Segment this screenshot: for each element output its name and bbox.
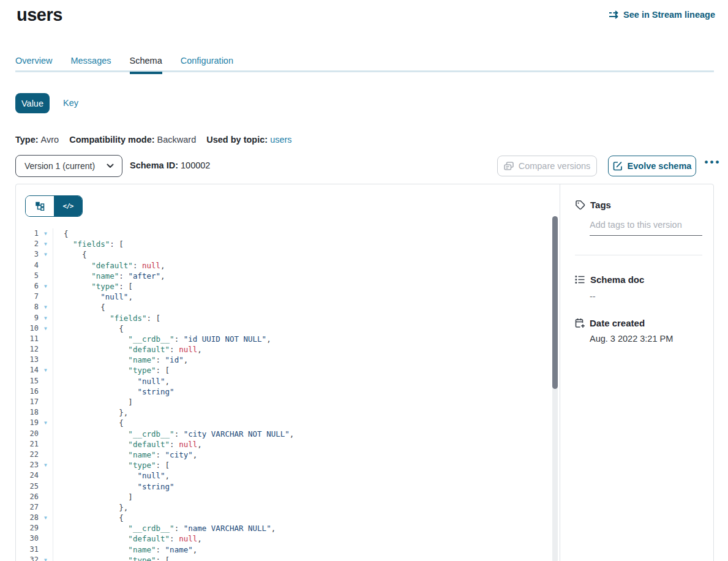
fold-gutter	[39, 260, 53, 271]
code-text: "type": [	[53, 555, 170, 561]
code-text: "__crdb__": "city VARCHAR NOT NULL",	[53, 429, 294, 439]
line-number: 1	[16, 228, 39, 239]
schema-panel: </> 1▼{2▼ "fields": [3▼ {4 "default": nu…	[15, 184, 714, 561]
tab-messages[interactable]: Messages	[70, 56, 111, 74]
line-number: 2	[16, 239, 39, 249]
fold-gutter	[39, 334, 53, 344]
code-line: 25 "string"	[16, 481, 547, 492]
line-number: 30	[16, 533, 39, 544]
code-text: "name": "id",	[53, 355, 188, 365]
code-text: "__crdb__": "id UUID NOT NULL",	[53, 334, 271, 344]
code-text: ]	[53, 492, 133, 502]
code-line: 6▼ "type": [	[16, 281, 547, 292]
line-number: 10	[16, 323, 39, 334]
code-line: 7 "null",	[16, 292, 547, 302]
tab-schema[interactable]: Schema	[130, 56, 162, 74]
fold-arrow-icon[interactable]: ▼	[39, 281, 53, 292]
fold-arrow-icon[interactable]: ▼	[39, 249, 53, 260]
fold-gutter	[39, 344, 53, 355]
add-tags-input[interactable]	[590, 219, 702, 236]
code-text: "type": [	[53, 460, 170, 470]
fold-gutter	[39, 429, 53, 439]
fold-arrow-icon[interactable]: ▼	[39, 313, 53, 323]
code-text: "string"	[53, 481, 174, 492]
schema-meta-row: Type:Avro Compatibility mode:Backward Us…	[15, 135, 292, 145]
code-line: 28▼ {	[16, 513, 547, 523]
sidebar-divider	[575, 255, 702, 255]
fold-arrow-icon[interactable]: ▼	[39, 239, 53, 249]
calendar-plus-icon	[575, 318, 585, 328]
key-toggle-link[interactable]: Key	[63, 98, 78, 108]
code-line: 22 "name": "city",	[16, 450, 547, 460]
fold-arrow-icon[interactable]: ▼	[39, 513, 53, 523]
topic-tabs: Overview Messages Schema Configuration	[15, 56, 233, 74]
fold-arrow-icon[interactable]: ▼	[39, 365, 53, 375]
code-line: 21 "default": null,	[16, 439, 547, 450]
code-text: },	[53, 502, 128, 513]
value-toggle-button[interactable]: Value	[15, 93, 50, 113]
line-number: 26	[16, 492, 39, 502]
fold-arrow-icon[interactable]: ▼	[39, 228, 53, 239]
line-number: 3	[16, 249, 39, 260]
editor-scrollbar-thumb[interactable]	[552, 216, 558, 389]
line-number: 8	[16, 302, 39, 312]
code-text: {	[53, 513, 124, 523]
tab-overview[interactable]: Overview	[15, 56, 52, 74]
fold-arrow-icon[interactable]: ▼	[39, 323, 53, 334]
line-number: 4	[16, 260, 39, 271]
date-created-value: Aug. 3 2022 3:21 PM	[590, 334, 702, 344]
code-view-button[interactable]: </>	[54, 196, 82, 216]
more-actions-menu-button[interactable]: •••	[702, 156, 724, 168]
code-text: "name": "after",	[53, 271, 165, 281]
line-number: 6	[16, 281, 39, 292]
line-number: 16	[16, 386, 39, 397]
code-line: 30 "default": null,	[16, 533, 547, 544]
code-line: 20 "__crdb__": "city VARCHAR NOT NULL",	[16, 429, 547, 439]
code-line: 26 ]	[16, 492, 547, 502]
version-select[interactable]: Version 1 (current)	[15, 155, 122, 177]
code-text: "default": null,	[53, 533, 202, 544]
code-line: 29 "__crdb__": "name VARCHAR NULL",	[16, 523, 547, 533]
fold-arrow-icon[interactable]: ▼	[39, 460, 53, 470]
code-line: 13 "name": "id",	[16, 355, 547, 365]
line-number: 19	[16, 418, 39, 428]
schema-id: Schema ID: 100002	[130, 160, 210, 170]
code-line: 18 },	[16, 407, 547, 418]
page-title: users	[17, 5, 62, 25]
type-field: Type:Avro	[15, 135, 59, 145]
line-number: 17	[16, 397, 39, 407]
compatibility-field: Compatibility mode:Backward	[69, 135, 196, 145]
code-text: },	[53, 407, 128, 418]
line-number: 14	[16, 365, 39, 375]
see-in-stream-lineage-link[interactable]: See in Stream lineage	[609, 10, 715, 20]
code-line: 9▼ "fields": [	[16, 313, 547, 323]
editor-view-toggle: </>	[25, 195, 83, 217]
used-by-topic-field: Used by topic:users	[206, 135, 291, 145]
code-text: "null",	[53, 470, 170, 481]
fold-gutter	[39, 544, 53, 555]
line-number: 22	[16, 450, 39, 460]
editor-scrollbar-track[interactable]	[552, 216, 558, 561]
fold-gutter	[39, 492, 53, 502]
fold-gutter	[39, 502, 53, 513]
code-line: 11 "__crdb__": "id UUID NOT NULL",	[16, 334, 547, 344]
fold-gutter	[39, 450, 53, 460]
evolve-schema-button[interactable]: Evolve schema	[608, 156, 696, 176]
fold-arrow-icon[interactable]: ▼	[39, 302, 53, 312]
code-line: 27 },	[16, 502, 547, 513]
schema-sidebar: Tags Schema doc --	[560, 184, 713, 561]
line-number: 28	[16, 513, 39, 523]
compare-versions-button[interactable]: Compare versions	[497, 156, 597, 176]
topic-users-link[interactable]: users	[270, 135, 291, 145]
fold-gutter	[39, 271, 53, 281]
edit-schema-icon	[613, 161, 623, 171]
schema-json-editor[interactable]: 1▼{2▼ "fields": [3▼ {4 "default": null,5…	[16, 228, 547, 561]
chevron-down-icon	[107, 164, 114, 168]
fold-arrow-icon[interactable]: ▼	[39, 418, 53, 428]
fold-arrow-icon[interactable]: ▼	[39, 555, 53, 561]
code-text: "default": null,	[53, 439, 202, 450]
tree-view-button[interactable]	[26, 196, 54, 216]
tab-configuration[interactable]: Configuration	[181, 56, 233, 74]
code-line: 3▼ {	[16, 249, 547, 260]
fold-gutter	[39, 439, 53, 450]
